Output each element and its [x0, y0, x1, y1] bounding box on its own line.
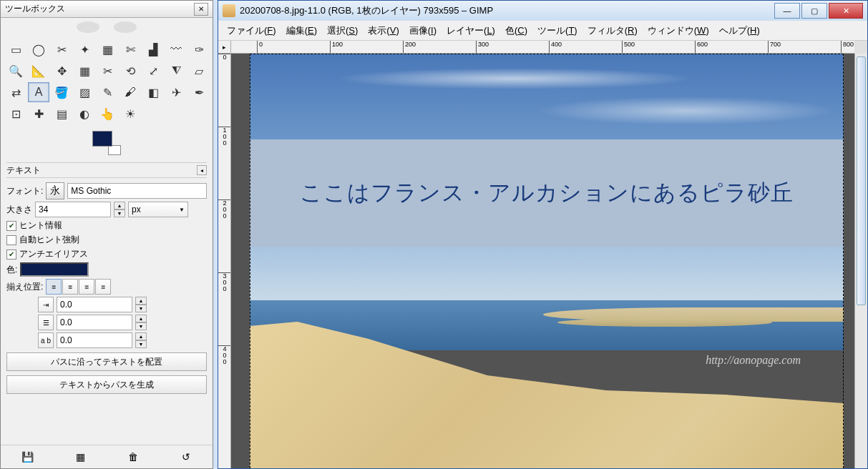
menu-c[interactable]: 色(C)	[501, 22, 532, 39]
tool-blend[interactable]: ▨	[74, 82, 95, 102]
tool-color-picker[interactable]: ✑	[188, 39, 210, 59]
menu-l[interactable]: レイヤー(L)	[442, 22, 499, 39]
tool-dodge[interactable]: ☀	[120, 104, 141, 124]
tool-rect-select[interactable]: ▭	[5, 39, 26, 59]
toolbox-titlebar[interactable]: ツールボックス ✕	[1, 1, 213, 18]
menu-r[interactable]: フィルタ(R)	[583, 22, 642, 39]
menu-i[interactable]: 画像(I)	[405, 22, 441, 39]
vertical-ruler[interactable]: 0100200300400	[218, 54, 231, 468]
color-swatches[interactable]	[1, 127, 213, 159]
tool-perspective[interactable]: ▱	[188, 61, 210, 81]
justify-fill-button[interactable]: ≡	[95, 279, 111, 295]
indent-icon: ⇥	[38, 297, 54, 312]
save-options-icon[interactable]: 💾	[20, 450, 34, 464]
tool-paths[interactable]: 〰	[165, 39, 187, 59]
tool-scale[interactable]: ⤢	[142, 61, 164, 81]
text-along-path-button[interactable]: パスに沿ってテキストを配置	[6, 352, 207, 371]
tool-airbrush[interactable]: ✈	[165, 82, 187, 102]
hruler-tick: 400	[549, 41, 562, 54]
tool-grid: ▭◯✂✦▦✄▟〰✑🔍📐✥▦✂⟲⤢⧨▱⇄A🪣▨✎🖌◧✈✒⊡✚▤◐👆☀	[1, 36, 213, 127]
delete-options-icon[interactable]: 🗑	[126, 450, 140, 464]
justify-left-button[interactable]: ≡	[46, 279, 62, 295]
menu-h[interactable]: ヘルプ(H)	[715, 22, 764, 39]
antialias-checkbox[interactable]: ✔アンチエイリアス	[6, 248, 207, 260]
vruler-tick: 300	[218, 272, 231, 292]
tool-heal[interactable]: ✚	[28, 104, 49, 124]
tool-move[interactable]: ✥	[51, 61, 72, 81]
tool-eraser[interactable]: ◧	[142, 82, 164, 102]
text-to-path-button[interactable]: テキストからパスを生成	[6, 375, 207, 394]
image-caption-text[interactable]: ここはフランス・アルカションにあるピラ砂丘	[300, 178, 794, 208]
tool-bucket-fill[interactable]: 🪣	[51, 82, 72, 102]
options-menu-icon[interactable]: ◂	[197, 165, 207, 175]
tool-align[interactable]: ▦	[74, 61, 95, 81]
tool-shear[interactable]: ⧨	[165, 61, 187, 81]
menu-w[interactable]: ウィンドウ(W)	[643, 22, 713, 39]
scrollbar-thumb[interactable]	[857, 56, 866, 305]
ruler-corner[interactable]: ▸	[218, 41, 231, 54]
tool-free-select[interactable]: ✂	[51, 39, 72, 59]
close-button[interactable]: ✕	[829, 3, 863, 19]
text-color-button[interactable]	[20, 262, 89, 277]
size-spinner[interactable]: ▲▼	[114, 202, 125, 217]
size-input[interactable]	[35, 202, 111, 217]
tool-options: テキスト ◂ フォント: 永 大きさ ▲▼ px▼ ✔ヒント情報 自動ヒント強制…	[1, 159, 213, 399]
indent-input[interactable]	[57, 297, 132, 312]
toolbox-bottom-bar: 💾 ▦ 🗑 ↺	[1, 445, 213, 468]
restore-options-icon[interactable]: ▦	[73, 450, 87, 464]
image-window: 20200708-8.jpg-11.0 (RGB, 1枚のレイヤー) 793x5…	[218, 0, 868, 469]
canvas[interactable]: ここはフランス・アルカションにあるピラ砂丘 http://aonopage.co…	[231, 54, 854, 468]
foreground-color[interactable]	[92, 131, 112, 147]
tool-text[interactable]: A	[28, 82, 49, 102]
autohint-checkbox[interactable]: 自動ヒント強制	[6, 234, 207, 246]
tool-by-color-select[interactable]: ▦	[97, 39, 118, 59]
hinting-checkbox[interactable]: ✔ヒント情報	[6, 219, 207, 232]
tool-blur[interactable]: ◐	[74, 104, 95, 124]
menu-v[interactable]: 表示(V)	[364, 22, 403, 39]
tool-measure[interactable]: 📐	[28, 61, 49, 81]
vertical-scrollbar[interactable]	[854, 54, 867, 468]
letter-spacing-icon: a b	[38, 332, 54, 348]
tool-crop[interactable]: ✂	[97, 61, 118, 81]
toolbox-window: ツールボックス ✕ ▭◯✂✦▦✄▟〰✑🔍📐✥▦✂⟲⤢⧨▱⇄A🪣▨✎🖌◧✈✒⊡✚▤…	[0, 0, 213, 469]
horizontal-ruler[interactable]: 0100200300400500600700800	[231, 41, 854, 54]
tool-options-header: テキスト ◂	[6, 162, 207, 178]
maximize-button[interactable]: ▢	[801, 3, 827, 19]
tool-perspective-clone[interactable]: ▤	[51, 104, 72, 124]
tool-fuzzy-select[interactable]: ✦	[74, 39, 95, 59]
tool-zoom[interactable]: 🔍	[5, 61, 26, 81]
reset-options-icon[interactable]: ↺	[179, 450, 193, 464]
background-color[interactable]	[108, 145, 121, 155]
menu-e[interactable]: 編集(E)	[282, 22, 321, 39]
tool-scissors[interactable]: ✄	[120, 39, 141, 59]
sky-lower	[250, 247, 844, 300]
tool-smudge[interactable]: 👆	[97, 104, 118, 124]
letter-spacing-input[interactable]	[57, 332, 132, 348]
font-picker-button[interactable]: 永	[46, 182, 64, 199]
hruler-tick: 600	[695, 41, 708, 54]
size-unit-dropdown[interactable]: px▼	[128, 202, 188, 217]
justify-center-button[interactable]: ≡	[79, 279, 94, 295]
image-content[interactable]: ここはフランス・アルカションにあるピラ砂丘 http://aonopage.co…	[250, 54, 844, 468]
tool-ink[interactable]: ✒	[188, 82, 210, 102]
menu-f[interactable]: ファイル(F)	[223, 22, 281, 39]
window-titlebar[interactable]: 20200708-8.jpg-11.0 (RGB, 1枚のレイヤー) 793x5…	[218, 1, 867, 21]
tool-paintbrush[interactable]: 🖌	[120, 82, 141, 102]
font-name-input[interactable]	[67, 183, 207, 199]
gimp-icon	[223, 4, 235, 17]
tool-ellipse-select[interactable]: ◯	[28, 39, 49, 59]
tool-pencil[interactable]: ✎	[97, 82, 118, 102]
tool-rotate[interactable]: ⟲	[120, 61, 141, 81]
vruler-tick: 100	[218, 127, 231, 147]
minimize-button[interactable]: —	[774, 3, 800, 19]
tool-foreground-select[interactable]: ▟	[142, 39, 164, 59]
toolbox-close-button[interactable]: ✕	[194, 3, 208, 16]
wilber-logo	[1, 18, 213, 36]
line-spacing-input[interactable]	[57, 315, 132, 330]
menu-t[interactable]: ツール(T)	[533, 22, 582, 39]
tool-clone[interactable]: ⊡	[5, 104, 26, 124]
tool-flip[interactable]: ⇄	[5, 82, 26, 102]
menu-s[interactable]: 選択(S)	[323, 22, 362, 39]
vruler-tick: 200	[218, 199, 231, 219]
justify-right-button[interactable]: ≡	[62, 279, 78, 295]
